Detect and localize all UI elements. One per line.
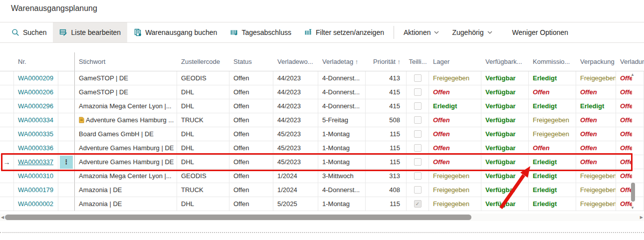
record-link[interactable]: WA0000296 <box>18 102 53 110</box>
column-header-menu <box>58 52 75 71</box>
verladetag-value: 3-Mittwoch <box>322 172 354 180</box>
record-link[interactable]: WA0000336 <box>18 144 53 152</box>
weniger-optionen-button[interactable]: Weniger Optionen <box>506 22 575 42</box>
teillieferung-checkbox[interactable] <box>414 102 422 110</box>
column-header-verladewoche[interactable]: Verladewo... <box>273 52 318 71</box>
cell-menu <box>58 113 75 127</box>
verladetag-value: 1-Montag <box>322 158 350 166</box>
cell-lager: Offen <box>429 113 481 127</box>
cell-verfuegbarkeit: Verfügbar <box>481 169 529 183</box>
record-link[interactable]: WA0000002 <box>18 200 53 208</box>
cell-stichwort: Amazonia Mega Center Lyon |... <box>75 169 177 183</box>
lager-status: Offen <box>433 144 450 152</box>
cell-verladewoche: 5/2025 <box>273 197 318 211</box>
vertical-scrollbar-thumb[interactable] <box>631 183 635 202</box>
horizontal-scrollbar[interactable]: ◀ ▶ <box>0 214 644 221</box>
table-row[interactable]: WA0000209GameSTOP | DEGEODISOffen44/2023… <box>0 71 644 85</box>
table-row[interactable]: WA0000335Board Games GmbH | DEDHLOffen45… <box>0 127 644 141</box>
teillieferung-checkbox[interactable] <box>414 186 422 194</box>
cell-prioritaet: 408 <box>366 183 407 197</box>
record-link[interactable]: WA0000179 <box>18 186 53 194</box>
teillieferung-checkbox[interactable] <box>414 172 422 180</box>
search-button[interactable]: Suchen <box>5 22 53 42</box>
aktionen-menu[interactable]: Aktionen <box>397 22 445 42</box>
teillieferung-checkbox[interactable] <box>414 116 422 124</box>
teillieferung-checkbox[interactable] <box>414 144 422 152</box>
search-icon <box>11 28 19 36</box>
cell-verpackung: Freigegeben <box>576 183 616 197</box>
cell-teillieferung <box>407 141 429 155</box>
edit-list-icon <box>59 28 67 36</box>
teillieferung-checkbox[interactable] <box>414 130 422 138</box>
column-header-status[interactable]: Status <box>229 52 273 71</box>
cell-verfuegbarkeit: Verfügbar <box>481 197 529 211</box>
row-context-menu-button[interactable]: ⋮ <box>60 156 73 169</box>
column-header-zustellercode[interactable]: Zustellercode <box>177 52 229 71</box>
cell-verfuegbarkeit: Verfügbar <box>481 71 529 85</box>
cell-verpackung: Freigegeben <box>576 169 616 183</box>
teillieferung-checkbox[interactable] <box>414 158 422 166</box>
record-link[interactable]: WA0000335 <box>18 130 53 138</box>
record-link[interactable]: WA0000206 <box>18 88 53 96</box>
scroll-up-icon[interactable]: ▲ <box>631 72 635 77</box>
search-button-label: Suchen <box>23 28 46 36</box>
set-filter-button[interactable]: Filter setzen/anzeigen <box>298 22 391 42</box>
edit-list-button[interactable]: Liste bearbeiten <box>53 22 127 42</box>
teillieferung-checkbox[interactable] <box>414 74 422 82</box>
verfuegbarkeit-status: Verfügbar <box>485 144 516 152</box>
cell-zustellercode: DHL <box>177 155 229 169</box>
table-row[interactable]: →WA0000337⋮Adventure Games Hamburg | DED… <box>0 155 644 169</box>
scroll-right-icon[interactable]: ▶ <box>640 215 643 220</box>
post-shipment-button[interactable]: Warenausgang buchen <box>127 22 223 42</box>
column-header-verladung[interactable]: Verladung <box>616 52 644 71</box>
verladewoche-value: 44/2023 <box>277 74 301 82</box>
day-close-button[interactable]: Tagesabschluss <box>223 22 298 42</box>
vertical-scrollbar[interactable]: ▲ ▼ <box>630 72 637 210</box>
cell-zustellercode: DHL <box>177 85 229 99</box>
table-row[interactable]: WA0000002Amazonia | DEDHLOffen5/20251-Mo… <box>0 197 644 211</box>
table-row[interactable]: WA0000206GameSTOP | DEDHLOffen44/20234-D… <box>0 85 644 99</box>
record-link[interactable]: WA0000310 <box>18 172 53 180</box>
cell-verladewoche: 1/2024 <box>273 183 318 197</box>
table-row[interactable]: WA0000310Amazonia Mega Center Lyon |...G… <box>0 169 644 183</box>
weniger-optionen-label: Weniger Optionen <box>512 28 569 36</box>
teillieferung-checkbox[interactable]: ✓ <box>414 200 422 208</box>
cell-verfuegbarkeit: Verfügbar <box>481 99 529 113</box>
record-link[interactable]: WA0000337 <box>18 158 53 166</box>
column-header-lager[interactable]: Lager <box>429 52 481 71</box>
status-value: Offen <box>233 186 249 194</box>
column-header-verfuegbarkeit[interactable]: Verfügbark... <box>481 52 529 71</box>
scroll-down-icon[interactable]: ▼ <box>631 206 635 210</box>
cell-lager: Erledigt <box>429 99 481 113</box>
column-header-verladetag[interactable]: Verladetag ↑ <box>318 52 366 71</box>
cell-zustellercode: DHL <box>177 127 229 141</box>
verpackung-status: Offen <box>580 158 597 166</box>
column-header-kommissionierung[interactable]: Kommissio... <box>529 52 576 71</box>
cell-menu <box>58 127 75 141</box>
column-header-verpackung[interactable]: Verpackung <box>576 52 616 71</box>
column-header-nr[interactable]: Nr. <box>14 52 58 71</box>
prioritaet-value: 115 <box>390 144 400 152</box>
verpackung-status: Freigegeben <box>580 74 616 82</box>
table-row[interactable]: WA0000334Adventure Games Hamburg ...TRUC… <box>0 113 644 127</box>
prioritaet-value: 413 <box>389 74 400 82</box>
cell-teillieferung <box>407 155 429 169</box>
record-link[interactable]: WA0000209 <box>18 74 53 82</box>
table-row[interactable]: WA0000179Amazonia | DETRUCKOffen1/20244-… <box>0 183 644 197</box>
cell-nr: WA0000002 <box>14 197 58 211</box>
lager-status: Freigegeben <box>433 172 469 180</box>
verladetag-value: 1-Montag <box>322 144 350 152</box>
horizontal-scrollbar-thumb[interactable] <box>5 215 471 220</box>
column-header-stichwort[interactable]: Stichwort <box>75 52 177 71</box>
table-row[interactable]: WA0000336Adventure Games Hamburg | DEDHL… <box>0 141 644 155</box>
scroll-left-icon[interactable]: ◀ <box>1 215 4 220</box>
verpackung-status: Freigegeben <box>580 186 616 194</box>
zugehoerig-menu[interactable]: Zugehörig <box>445 22 498 42</box>
column-header-teillieferung[interactable]: Teilli... <box>407 52 429 71</box>
cell-lager: Freigegeben <box>429 197 481 211</box>
column-header-prioritaet[interactable]: Priorität ↑ <box>366 52 407 71</box>
record-link[interactable]: WA0000334 <box>18 116 53 124</box>
table-row[interactable]: WA0000296Amazonia Mega Center Lyon |...D… <box>0 99 644 113</box>
teillieferung-checkbox[interactable] <box>414 88 422 96</box>
cell-lager: Offen <box>429 155 481 169</box>
